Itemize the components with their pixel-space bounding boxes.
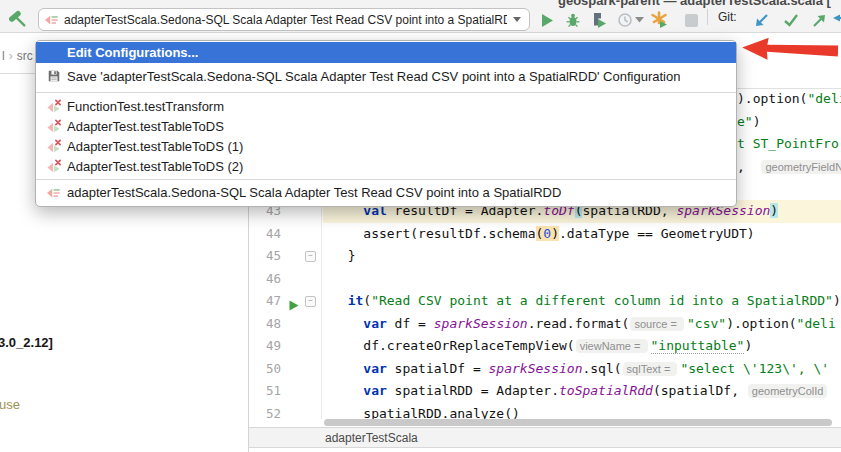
menu-item-label: adapterTestScala.Sedona-SQL Scala Adapte… (67, 185, 561, 200)
profiler-dropdown-icon[interactable] (634, 11, 644, 29)
code-line-text: df.createOrReplaceTempView(viewName = "i… (332, 335, 752, 358)
code-token: var (363, 361, 386, 376)
git-label: Git: (718, 10, 737, 24)
menu-item-label: Save 'adapterTestScala.Sedona-SQL Scala … (67, 69, 680, 84)
scalatest-config-icon (45, 13, 59, 27)
run-anything-star-icon[interactable] (650, 11, 668, 29)
code-token: } (332, 248, 355, 263)
code-token: sparkSession (434, 316, 528, 331)
code-token: "Read CSV point at a different column id… (371, 293, 833, 308)
line-number: 44 (251, 223, 281, 246)
code-token: ) (753, 114, 761, 129)
run-configurations-menu: Edit Configurations...Save 'adapterTestS… (35, 40, 737, 207)
line-number: 52 (251, 403, 281, 426)
menu-item-run-config-adaptertest-testtabletods[interactable]: AdapterTest.testTableToDS (36, 116, 736, 136)
main-toolbar: adapterTestScala.Sedona-SQL Scala Adapte… (0, 0, 841, 33)
code-line-tail: t ST_PointFro (737, 133, 839, 156)
code-token: ( (363, 293, 371, 308)
code-token: it (348, 293, 364, 308)
code-token: "inputtable" (651, 338, 745, 354)
git-extra-icon[interactable] (832, 11, 841, 29)
test-failed-icon (46, 138, 62, 154)
chevron-down-icon (513, 17, 521, 22)
code-line-45[interactable]: 45− } (249, 245, 841, 268)
code-token: "select \'123\', \' (680, 361, 829, 376)
code-token: ) (744, 338, 752, 353)
menu-item-run-config-adaptertest-testtabletods-2[interactable]: AdapterTest.testTableToDS (2) (36, 156, 736, 176)
nav-crumb-parent[interactable]: l (2, 49, 5, 63)
code-token: ).option( (726, 316, 796, 331)
code-line-47[interactable]: 47− it("Read CSV point at a different co… (249, 290, 841, 313)
code-token (332, 293, 348, 308)
menu-item-save-configuration[interactable]: Save 'adapterTestScala.Sedona-SQL Scala … (36, 63, 736, 89)
line-number: 45 (251, 245, 281, 268)
code-line-51[interactable]: 51 var spatialRDD = Adapter.toSpatialRdd… (249, 380, 841, 403)
fold-marker-icon[interactable]: − (305, 296, 316, 307)
code-line-50[interactable]: 50 var spatialDf = sparkSession.sql(sqlT… (249, 358, 841, 381)
fold-marker-icon[interactable]: − (305, 251, 316, 262)
code-token: e" (737, 114, 753, 129)
git-update-button[interactable] (752, 11, 770, 29)
window-title: geospark-parent — adapterTestScala.scala… (558, 0, 831, 8)
run-configuration-selector[interactable]: adapterTestScala.Sedona-SQL Scala Adapte… (38, 8, 530, 31)
code-line-44[interactable]: 44 assert(resultDf.schema(0).dataType ==… (249, 223, 841, 246)
build-hammer-icon[interactable] (9, 11, 27, 29)
nav-crumb-src[interactable]: src (17, 49, 33, 63)
code-token: ).option( (737, 91, 807, 106)
code-token: sparkSession (489, 361, 583, 376)
code-token: ) (770, 203, 778, 218)
menu-separator (36, 179, 736, 180)
chevron-right-icon: › (9, 49, 13, 63)
code-line-tail: , geometryFieldN (737, 156, 841, 179)
line-number: 48 (251, 313, 281, 336)
test-failed-icon (46, 98, 62, 114)
code-token: "csv" (687, 316, 726, 331)
code-line-text: assert(resultDf.schema(0).dataType == Ge… (332, 223, 755, 246)
menu-item-run-config-adaptertest-testtabletods-1[interactable]: AdapterTest.testTableToDS (1) (36, 136, 736, 156)
code-token: df.createOrReplaceTempView( (332, 338, 575, 353)
run-with-coverage-button[interactable] (590, 11, 608, 29)
menu-item-edit-configurations[interactable]: Edit Configurations... (36, 42, 736, 63)
horizontal-scrollbar[interactable] (324, 419, 832, 426)
line-number: 51 (251, 380, 281, 403)
code-line-49[interactable]: 49 df.createOrReplaceTempView(viewName =… (249, 335, 841, 358)
code-token: .sql( (582, 361, 621, 376)
stop-button[interactable] (682, 11, 700, 29)
menu-item-run-config-functiontest-testtransform[interactable]: FunctionTest.testTransform (36, 96, 736, 116)
annotation-arrow-icon (741, 36, 838, 69)
code-token: "deli (797, 316, 836, 331)
save-icon (46, 68, 62, 84)
scalatest-icon (46, 185, 62, 201)
code-token: .read.format( (528, 316, 630, 331)
toolbar-separator (707, 9, 708, 25)
code-line-tail: e") (737, 111, 760, 134)
code-line-text: var spatialDf = sparkSession.sql(sqlText… (332, 358, 829, 381)
inlay-hint: geometryFieldN (761, 160, 841, 174)
run-button[interactable] (538, 11, 556, 29)
git-commit-button[interactable] (782, 11, 800, 29)
breadcrumb-item[interactable]: adapterTestScala (325, 431, 418, 445)
menu-item-run-config-adaptertestscala[interactable]: adapterTestScala.Sedona-SQL Scala Adapte… (36, 183, 736, 202)
code-token: "deli (807, 91, 841, 106)
code-line-tail: ).option("deli (737, 88, 841, 111)
profiler-button[interactable] (616, 11, 634, 29)
menu-separator (36, 92, 736, 93)
code-token: t ST_PointFro (737, 136, 839, 151)
console-text-use: use (0, 397, 20, 412)
line-number: 47 (251, 290, 281, 313)
code-line-46[interactable]: 46 (249, 268, 841, 291)
ide-window: 43 val resultDf = Adapter.toDf(spatialRD… (0, 0, 841, 452)
debug-button[interactable] (564, 11, 582, 29)
line-number: 46 (251, 268, 281, 291)
code-token (332, 361, 363, 376)
code-line-48[interactable]: 48 var df = sparkSession.read.format(sou… (249, 313, 841, 336)
code-token: ) (833, 293, 841, 308)
menu-item-label: AdapterTest.testTableToDS (1) (67, 139, 243, 154)
code-token: var (363, 383, 386, 398)
inlay-hint: geometryColId (748, 384, 828, 398)
code-token: 0 (543, 226, 551, 241)
menu-item-label: AdapterTest.testTableToDS (67, 119, 224, 134)
code-line-text: var df = sparkSession.read.format(source… (332, 313, 836, 336)
menu-item-label: AdapterTest.testTableToDS (2) (67, 159, 243, 174)
git-push-button[interactable] (810, 11, 828, 29)
